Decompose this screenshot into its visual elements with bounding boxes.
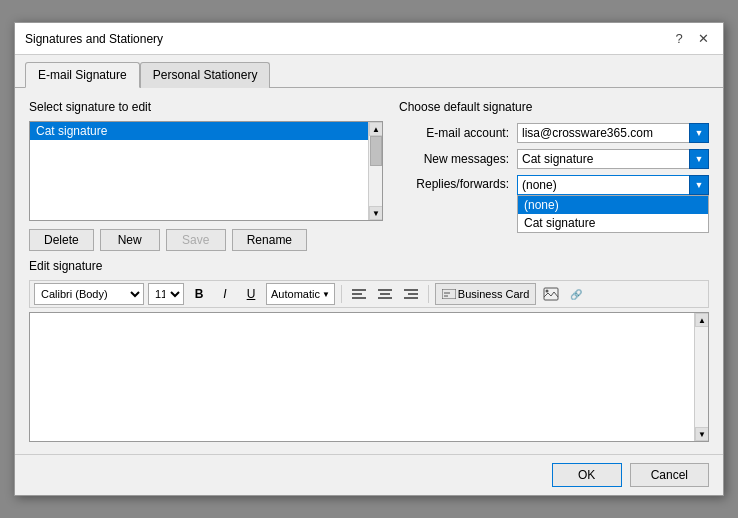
title-bar-controls: ? ✕: [669, 29, 713, 49]
business-card-icon: [442, 289, 456, 299]
scrollbar-thumb[interactable]: [370, 136, 382, 166]
email-account-label: E-mail account:: [399, 126, 509, 140]
align-right-button[interactable]: [400, 283, 422, 305]
right-panel: Choose default signature E-mail account:…: [399, 100, 709, 251]
tab-email-signature[interactable]: E-mail Signature: [25, 62, 140, 88]
close-button[interactable]: ✕: [693, 29, 713, 49]
title-bar: Signatures and Stationery ? ✕: [15, 23, 723, 55]
new-button[interactable]: New: [100, 229, 160, 251]
replies-forwards-value[interactable]: (none) ▼: [517, 175, 709, 195]
default-sig-label: Choose default signature: [399, 100, 709, 114]
cancel-button[interactable]: Cancel: [630, 463, 709, 487]
sig-toolbar: Calibri (Body) 11 B I U Automatic ▼: [29, 280, 709, 308]
business-card-button[interactable]: Business Card: [435, 283, 537, 305]
scrollbar-up-btn[interactable]: ▲: [369, 122, 383, 136]
default-sig-section: E-mail account: lisa@crossware365.com ▼: [399, 123, 709, 195]
business-card-label: Business Card: [458, 288, 530, 300]
replies-forwards-list: (none) Cat signature: [517, 195, 709, 233]
align-center-icon: [378, 288, 392, 300]
new-messages-row: New messages: Cat signature ▼: [399, 149, 709, 169]
email-account-row: E-mail account: lisa@crossware365.com ▼: [399, 123, 709, 143]
dialog-body: Select signature to edit Cat signature ▲…: [15, 88, 723, 454]
toolbar-separator-2: [428, 285, 429, 303]
new-messages-select-wrapper: Cat signature ▼: [517, 149, 709, 169]
sig-list-scrollbar[interactable]: ▲ ▼: [368, 122, 382, 220]
svg-point-13: [546, 290, 549, 293]
email-account-select-wrapper: lisa@crossware365.com ▼: [517, 123, 709, 143]
new-messages-select[interactable]: Cat signature: [517, 149, 709, 169]
font-size-select[interactable]: 11: [148, 283, 184, 305]
replies-forwards-arrow[interactable]: ▼: [689, 175, 709, 195]
edit-sig-section: Edit signature Calibri (Body) 11 B I U A: [29, 259, 709, 442]
toolbar-separator-1: [341, 285, 342, 303]
italic-button[interactable]: I: [214, 283, 236, 305]
dialog-title: Signatures and Stationery: [25, 32, 163, 46]
sig-list-label: Select signature to edit: [29, 100, 383, 114]
svg-rect-9: [442, 289, 456, 299]
ok-button[interactable]: OK: [552, 463, 622, 487]
scrollbar-down-btn[interactable]: ▼: [369, 206, 383, 220]
help-button[interactable]: ?: [669, 29, 689, 49]
color-label: Automatic: [271, 288, 320, 300]
dropdown-item-cat-signature[interactable]: Cat signature: [518, 214, 708, 232]
align-center-button[interactable]: [374, 283, 396, 305]
color-button[interactable]: Automatic ▼: [266, 283, 335, 305]
sig-edit-area[interactable]: ▲ ▼: [29, 312, 709, 442]
hyperlink-icon: 🔗: [569, 287, 585, 301]
tab-bar: E-mail Signature Personal Stationery: [15, 55, 723, 88]
main-columns: Select signature to edit Cat signature ▲…: [29, 100, 709, 251]
replies-forwards-label: Replies/forwards:: [399, 175, 509, 191]
save-button[interactable]: Save: [166, 229, 226, 251]
edit-sig-label: Edit signature: [29, 259, 709, 273]
sig-list-item[interactable]: Cat signature: [30, 122, 382, 140]
sig-action-buttons: Delete New Save Rename: [29, 229, 383, 251]
hyperlink-button[interactable]: 🔗: [566, 283, 588, 305]
signature-list[interactable]: Cat signature ▲ ▼: [29, 121, 383, 221]
dialog-footer: OK Cancel: [15, 454, 723, 495]
color-dropdown-icon: ▼: [322, 290, 330, 299]
rename-button[interactable]: Rename: [232, 229, 307, 251]
chevron-down-icon: ▼: [695, 180, 704, 190]
bold-button[interactable]: B: [188, 283, 210, 305]
delete-button[interactable]: Delete: [29, 229, 94, 251]
align-left-button[interactable]: [348, 283, 370, 305]
svg-text:🔗: 🔗: [570, 288, 583, 301]
font-select[interactable]: Calibri (Body): [34, 283, 144, 305]
sig-edit-scroll-down[interactable]: ▼: [695, 427, 709, 441]
replies-forwards-row: Replies/forwards: (none) ▼ (none): [399, 175, 709, 195]
email-account-select[interactable]: lisa@crossware365.com: [517, 123, 709, 143]
sig-edit-scroll-up[interactable]: ▲: [695, 313, 709, 327]
underline-button[interactable]: U: [240, 283, 262, 305]
align-right-icon: [404, 288, 418, 300]
insert-picture-button[interactable]: [540, 283, 562, 305]
new-messages-label: New messages:: [399, 152, 509, 166]
sig-edit-scrollbar[interactable]: ▲ ▼: [694, 313, 708, 441]
replies-forwards-dropdown-container: (none) ▼ (none) Cat signature: [517, 175, 709, 195]
tab-personal-stationery[interactable]: Personal Stationery: [140, 62, 271, 88]
dropdown-item-none[interactable]: (none): [518, 196, 708, 214]
dialog-window: Signatures and Stationery ? ✕ E-mail Sig…: [14, 22, 724, 496]
align-left-icon: [352, 288, 366, 300]
left-panel: Select signature to edit Cat signature ▲…: [29, 100, 383, 251]
picture-icon: [543, 287, 559, 301]
